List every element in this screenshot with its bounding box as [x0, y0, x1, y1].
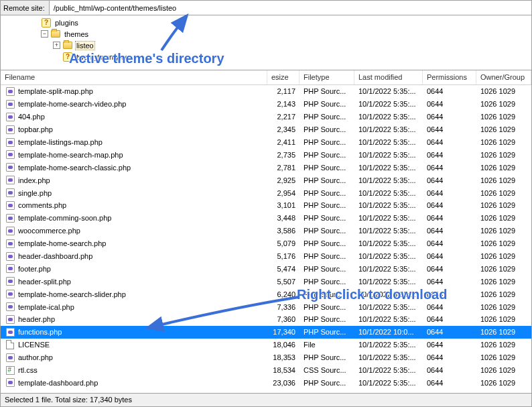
php-file-icon: [6, 252, 15, 261]
file-permissions: 0644: [423, 278, 476, 286]
tree-item-listeo[interactable]: + listeo: [41, 40, 531, 51]
file-name: template-comming-soon.php: [18, 214, 111, 222]
file-modified: 10/1/2022 5:35:...: [354, 379, 423, 387]
file-size: 18,046: [267, 341, 300, 349]
file-type: PHP Sourc...: [300, 189, 354, 197]
file-name: LICENSE: [18, 341, 50, 349]
file-row[interactable]: rtl.css18,534CSS Sourc...10/1/2022 5:35:…: [1, 364, 531, 377]
file-owner: 1026 1029: [476, 201, 531, 209]
header-owner-group[interactable]: Owner/Group: [476, 70, 531, 84]
file-owner: 1026 1029: [476, 303, 531, 311]
remote-path-input[interactable]: [50, 1, 531, 15]
file-permissions: 0644: [423, 214, 476, 222]
folder-icon: [51, 30, 60, 38]
file-type: PHP Sourc...: [300, 151, 354, 159]
css-file-icon: [6, 366, 15, 375]
file-size: 2,735: [267, 151, 300, 159]
unknown-folder-icon: ?: [42, 18, 51, 27]
file-modified: 10/1/2022 5:35:...: [354, 290, 423, 298]
file-name: template-listings-map.php: [18, 138, 103, 146]
php-file-icon: [6, 239, 15, 248]
file-row[interactable]: woocommerce.php3,586PHP Sourc...10/1/202…: [1, 225, 531, 237]
file-row[interactable]: template-home-search-video.php2,143PHP S…: [1, 98, 531, 111]
file-row[interactable]: comments.php3,101PHP Sourc...10/1/2022 5…: [1, 199, 531, 212]
file-name: header-dashboard.php: [18, 252, 92, 260]
file-type: PHP Sourc...: [300, 227, 354, 235]
file-owner: 1026 1029: [476, 125, 531, 133]
file-list[interactable]: template-split-map.php2,117PHP Sourc...1…: [1, 85, 531, 391]
header-last-modified[interactable]: Last modified: [354, 70, 423, 84]
expand-icon[interactable]: +: [53, 42, 60, 49]
file-row[interactable]: template-split-map.php2,117PHP Sourc...1…: [1, 85, 531, 98]
header-filename[interactable]: Filename: [1, 70, 267, 84]
file-row[interactable]: topbar.php2,345PHP Sourc...10/1/2022 5:3…: [1, 123, 531, 136]
file-row[interactable]: header.php7,360PHP Sourc...10/1/2022 5:3…: [1, 313, 531, 326]
file-row[interactable]: author.php18,353PHP Sourc...10/1/2022 5:…: [1, 351, 531, 364]
file-modified: 10/1/2022 5:35:...: [354, 100, 423, 108]
file-type: PHP Sourc...: [300, 87, 354, 95]
file-modified: 10/1/2022 5:35:...: [354, 366, 423, 374]
file-row[interactable]: template-ical.php7,336PHP Sourc...10/1/2…: [1, 300, 531, 313]
file-permissions: 0644: [423, 315, 476, 323]
file-type: PHP Sourc...: [300, 252, 354, 260]
file-name: template-home-search-classic.php: [18, 164, 131, 172]
directory-tree[interactable]: ? plugins − themes + listeo ? twentytwen…: [1, 15, 531, 70]
header-permissions[interactable]: Permissions: [423, 70, 476, 84]
tree-item-themes[interactable]: − themes: [41, 28, 531, 40]
php-file-icon: [6, 277, 15, 286]
file-row[interactable]: 404.php2,217PHP Sourc...10/1/2022 5:35:.…: [1, 111, 531, 123]
file-name: template-split-map.php: [18, 87, 93, 95]
php-file-icon: [6, 138, 15, 147]
file-owner: 1026 1029: [476, 189, 531, 197]
file-owner: 1026 1029: [476, 252, 531, 260]
file-type: PHP Sourc...: [300, 138, 354, 146]
php-file-icon: [6, 227, 15, 235]
file-row[interactable]: template-listings-map.php2,411PHP Sourc.…: [1, 136, 531, 149]
file-permissions: 0644: [423, 176, 476, 184]
php-file-icon: [6, 290, 15, 298]
php-file-icon: [6, 100, 15, 109]
file-owner: 1026 1029: [476, 353, 531, 361]
file-permissions: 0644: [423, 189, 476, 197]
file-row[interactable]: header-dashboard.php5,176PHP Sourc...10/…: [1, 250, 531, 263]
column-headers[interactable]: Filename esize Filetype Last modified Pe…: [1, 70, 531, 85]
file-row[interactable]: footer.php5,474PHP Sourc...10/1/2022 5:3…: [1, 262, 531, 275]
file-row[interactable]: template-home-search.php5,079PHP Sourc..…: [1, 237, 531, 250]
header-filesize[interactable]: esize: [267, 70, 300, 84]
file-row[interactable]: template-dashboard.php23,036PHP Sourc...…: [1, 376, 531, 389]
file-row[interactable]: template-home-search-classic.php2,781PHP…: [1, 161, 531, 174]
tree-item-twentytwentytwo[interactable]: ? twentytwentytwo: [41, 51, 531, 62]
file-row[interactable]: index.php2,925PHP Sourc...10/1/2022 5:35…: [1, 174, 531, 186]
file-modified: 10/1/2022 5:35:...: [354, 303, 423, 311]
file-row[interactable]: LICENSE18,046File10/1/2022 5:35:...06441…: [1, 339, 531, 351]
tree-item-plugins[interactable]: ? plugins: [41, 17, 531, 28]
file-owner: 1026 1029: [476, 227, 531, 235]
file-name: template-home-search.php: [18, 239, 106, 247]
file-size: 5,176: [267, 252, 300, 260]
file-modified: 10/1/2022 5:35:...: [354, 278, 423, 286]
file-modified: 10/1/2022 5:35:...: [354, 214, 423, 222]
file-type: PHP Sourc...: [300, 201, 354, 209]
file-size: 2,345: [267, 125, 300, 133]
file-type: PHP Sourc...: [300, 278, 354, 286]
file-permissions: 0644: [423, 151, 476, 159]
file-row[interactable]: template-comming-soon.php3,448PHP Sourc.…: [1, 212, 531, 225]
file-row[interactable]: header-split.php5,507PHP Sourc...10/1/20…: [1, 275, 531, 288]
collapse-icon[interactable]: −: [41, 30, 48, 38]
header-filetype[interactable]: Filetype: [300, 70, 354, 84]
file-type: PHP Sourc...: [300, 328, 354, 336]
file-name: template-ical.php: [18, 303, 74, 311]
file-permissions: 0644: [423, 303, 476, 311]
file-type: File: [300, 341, 354, 349]
file-row[interactable]: template-home-search-slider.php6,240PHP …: [1, 288, 531, 300]
file-owner: 1026 1029: [476, 100, 531, 108]
file-size: 2,954: [267, 189, 300, 197]
file-size: 5,079: [267, 239, 300, 247]
file-row[interactable]: single.php2,954PHP Sourc...10/1/2022 5:3…: [1, 186, 531, 199]
file-size: 2,217: [267, 113, 300, 121]
file-row[interactable]: template-home-search-map.php2,735PHP Sou…: [1, 148, 531, 161]
file-row[interactable]: functions.php17,340PHP Sourc...10/1/2022…: [1, 326, 531, 339]
file-type: PHP Sourc...: [300, 379, 354, 387]
unknown-folder-icon: ?: [63, 52, 72, 62]
file-modified: 10/1/2022 5:35:...: [354, 252, 423, 260]
